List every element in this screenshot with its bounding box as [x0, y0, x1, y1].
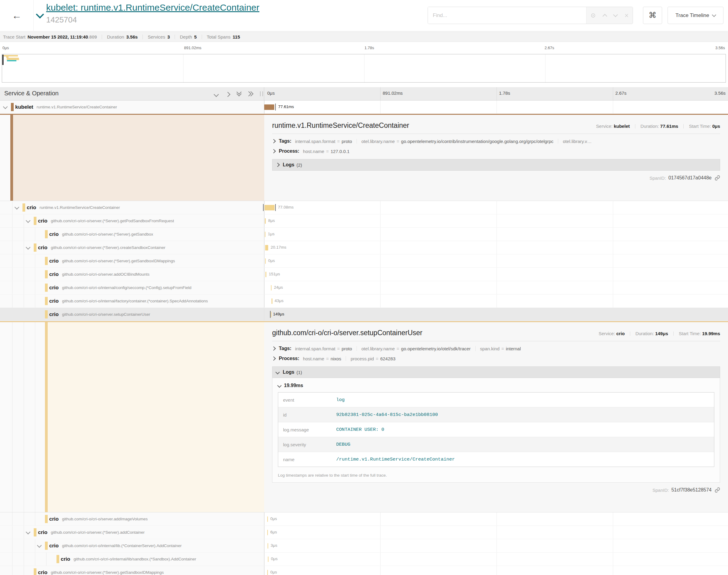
- span-service: kubelet: [15, 104, 33, 110]
- span-duration-bar[interactable]: [271, 285, 271, 291]
- span-name-cell[interactable]: criogithub.com/cri-o/cri-o/server.addOCI…: [0, 268, 264, 281]
- process-row[interactable]: Process: host.name127.0.0.1: [272, 148, 720, 154]
- span-name-cell[interactable]: criogithub.com/cri-o/cri-o/server.(*Serv…: [0, 241, 264, 254]
- locate-icon[interactable]: [590, 12, 596, 19]
- span-row[interactable]: criogithub.com/cri-o/cri-o/server.(*Serv…: [0, 526, 728, 539]
- span-row[interactable]: criogithub.com/cri-o/cri-o/server.(*Serv…: [0, 241, 728, 255]
- span-row[interactable]: criogithub.com/cri-o/cri-o/internal/lib/…: [0, 552, 728, 566]
- span-row[interactable]: criogithub.com/cri-o/cri-o/server.(*Serv…: [0, 255, 728, 268]
- span-name-cell[interactable]: criogithub.com/cri-o/cri-o/server.(*Serv…: [0, 214, 264, 227]
- back-button[interactable]: ←: [0, 0, 34, 31]
- span-name-cell[interactable]: kubeletruntime.v1.RuntimeService/CreateC…: [0, 100, 264, 113]
- minimap-drag-handle[interactable]: [2, 55, 4, 65]
- span-row[interactable]: criogithub.com/cri-o/cri-o/internal/lib.…: [0, 539, 728, 552]
- span-name-cell[interactable]: criogithub.com/cri-o/cri-o/internal/conf…: [0, 281, 264, 294]
- keyboard-shortcuts-button[interactable]: ⌘: [643, 7, 662, 24]
- span-duration-bar[interactable]: [267, 516, 268, 522]
- span-operation: github.com/cri-o/cri-o/server.(*Server).…: [62, 232, 153, 236]
- span-duration-bar[interactable]: [271, 312, 271, 317]
- log-marker-tick: [263, 204, 264, 211]
- expand-all-icon[interactable]: [237, 92, 241, 96]
- row-collapse-icon[interactable]: [14, 205, 20, 210]
- log-entry-header[interactable]: 19.99ms: [278, 383, 714, 388]
- duration-value: 3.56s: [126, 34, 138, 39]
- row-collapse-icon[interactable]: [37, 543, 42, 548]
- span-duration-bar[interactable]: [264, 104, 274, 110]
- minimap-span-bar: [3, 55, 18, 57]
- span-name-cell[interactable]: criogithub.com/cri-o/cri-o/internal/lib/…: [0, 552, 264, 566]
- span-duration-bar[interactable]: [265, 258, 266, 264]
- find-input[interactable]: [428, 7, 586, 24]
- span-name-cell[interactable]: criogithub.com/cri-o/cri-o/server.(*Serv…: [0, 228, 264, 241]
- service-operation-title: Service & Operation: [4, 90, 59, 97]
- span-duration-bar[interactable]: [267, 530, 268, 535]
- log-entry-time: 19.99ms: [284, 383, 303, 388]
- process-row[interactable]: Process: host.namenixos process.pid62428…: [272, 356, 720, 361]
- span-row[interactable]: crioruntime.v1.RuntimeService/CreateCont…: [0, 201, 728, 214]
- span-row[interactable]: criogithub.com/cri-o/cri-o/server.(*Serv…: [0, 228, 728, 241]
- span-duration-bar[interactable]: [267, 570, 268, 575]
- duration-value: 149μs: [655, 331, 668, 336]
- span-name-cell[interactable]: criogithub.com/cri-o/cri-o/server.setupC…: [0, 308, 264, 321]
- span-service: crio: [49, 271, 59, 277]
- collapse-all-icon[interactable]: [249, 92, 253, 96]
- span-name-cell[interactable]: crioruntime.v1.RuntimeService/CreateCont…: [0, 201, 264, 214]
- logs-footnote: Log timestamps are relative to the start…: [278, 472, 714, 478]
- trace-title-link[interactable]: kubelet: runtime.v1.RuntimeService/Creat…: [46, 2, 259, 13]
- span-duration-bar[interactable]: [265, 272, 266, 277]
- expand-one-level-icon[interactable]: [214, 92, 218, 97]
- span-row[interactable]: criogithub.com/cri-o/cri-o/server.(*Serv…: [0, 214, 728, 228]
- log-field-row: log.severity DEBUG: [278, 437, 714, 452]
- trace-title-chevron-down-icon[interactable]: [36, 10, 44, 19]
- find-prev-icon[interactable]: [602, 14, 607, 19]
- copy-link-icon[interactable]: [715, 175, 720, 181]
- span-duration-bar[interactable]: [265, 232, 265, 237]
- span-duration-bar[interactable]: [268, 556, 268, 562]
- span-duration-bar[interactable]: [268, 543, 268, 549]
- view-selector-button[interactable]: Trace Timeline: [668, 7, 723, 24]
- span-row[interactable]: criogithub.com/cri-o/cri-o/internal/conf…: [0, 281, 728, 295]
- log-marker-tick: [270, 311, 271, 318]
- spanid-label: SpanID:: [652, 487, 669, 493]
- span-duration-bar[interactable]: [271, 298, 272, 304]
- tags-row[interactable]: Tags: internal.span.formatproto otel.lib…: [272, 138, 720, 144]
- span-duration-bar[interactable]: [265, 205, 274, 210]
- span-name-cell[interactable]: criogithub.com/cri-o/cri-o/server.addIma…: [0, 512, 264, 526]
- span-name-cell[interactable]: criogithub.com/cri-o/cri-o/server.(*Serv…: [0, 526, 264, 539]
- column-resize-handle[interactable]: [260, 91, 263, 96]
- find-next-icon[interactable]: [613, 12, 618, 17]
- service-label: Service:: [596, 124, 613, 129]
- row-collapse-icon[interactable]: [3, 104, 8, 109]
- span-duration-bar[interactable]: [265, 245, 268, 250]
- span-duration-label: 77.61ms: [278, 104, 294, 109]
- span-name-cell[interactable]: criogithub.com/cri-o/cri-o/internal/lib.…: [0, 539, 264, 552]
- span-name-cell[interactable]: criogithub.com/cri-o/cri-o/server.(*Serv…: [0, 566, 264, 575]
- trace-minimap[interactable]: [2, 54, 726, 82]
- start-time-label: Start Time:: [679, 331, 701, 336]
- copy-link-icon[interactable]: [715, 487, 720, 493]
- span-row[interactable]: kubeletruntime.v1.RuntimeService/CreateC…: [0, 100, 728, 114]
- span-row[interactable]: criogithub.com/cri-o/cri-o/server.addOCI…: [0, 268, 728, 281]
- logs-section-header[interactable]: Logs (1): [272, 366, 720, 378]
- span-row-selected[interactable]: criogithub.com/cri-o/cri-o/server.setupC…: [0, 308, 728, 321]
- span-color-bar: [45, 257, 48, 265]
- span-row[interactable]: criogithub.com/cri-o/cri-o/internal/fact…: [0, 295, 728, 308]
- collapse-one-level-icon[interactable]: [226, 92, 230, 97]
- span-color-bar: [34, 243, 36, 252]
- find-clear-icon[interactable]: [624, 13, 629, 18]
- span-operation: github.com/cri-o/cri-o/internal/lib/sand…: [73, 557, 196, 561]
- span-row[interactable]: criogithub.com/cri-o/cri-o/server.addIma…: [0, 512, 728, 526]
- detail-meta: Service: kubelet Duration: 77.61ms Start…: [596, 124, 720, 129]
- row-collapse-icon[interactable]: [26, 245, 31, 250]
- span-row[interactable]: criogithub.com/cri-o/cri-o/server.(*Serv…: [0, 566, 728, 575]
- row-collapse-icon[interactable]: [26, 530, 31, 535]
- tags-row[interactable]: Tags: internal.span.formatproto otel.lib…: [272, 346, 720, 351]
- span-duration-bar[interactable]: [265, 218, 266, 224]
- logs-section-header[interactable]: Logs (2): [272, 159, 720, 171]
- duration-value: 77.61ms: [660, 124, 678, 129]
- span-operation: github.com/cri-o/cri-o/server.setupConta…: [62, 312, 150, 317]
- row-collapse-icon[interactable]: [26, 218, 31, 223]
- duration-label: Duration:: [635, 331, 654, 336]
- span-name-cell[interactable]: criogithub.com/cri-o/cri-o/internal/fact…: [0, 295, 264, 308]
- span-name-cell[interactable]: criogithub.com/cri-o/cri-o/server.(*Serv…: [0, 255, 264, 267]
